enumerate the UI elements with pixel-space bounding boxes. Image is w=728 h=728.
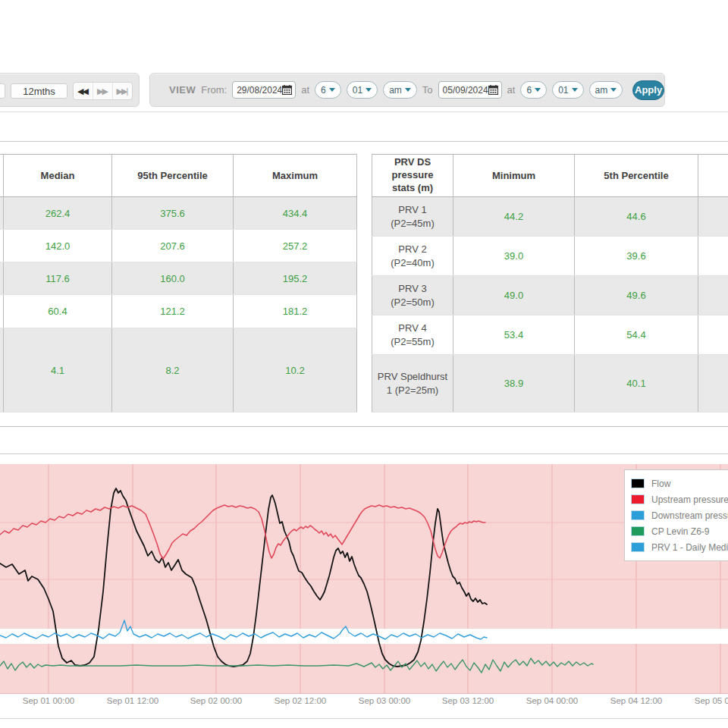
chevron-down-icon: [572, 88, 578, 92]
table-row: 4.1 8.2 10.2: [0, 328, 357, 413]
table-row: PRV 2 (P2=40m) 39.0 39.6: [372, 237, 728, 276]
from-hour-value: 6: [321, 85, 326, 96]
to-label: To: [422, 84, 433, 96]
chevron-down-icon: [610, 88, 617, 92]
skip-to-last-icon[interactable]: ▶▶|: [112, 83, 132, 99]
prv-row-label: PRV Speldhurst 1 (P2=25m): [372, 355, 453, 413]
x-axis-tick-label: Sep 05 00:00: [679, 696, 728, 705]
p5-value: 39.6: [575, 237, 698, 276]
median-value: 4.1: [4, 328, 112, 413]
legend-item-flow[interactable]: Flow: [631, 475, 728, 491]
table-row: PRV 4 (P2=55m) 53.4 54.4: [372, 315, 728, 355]
apply-button[interactable]: Apply: [632, 80, 664, 100]
to-minute-value: 01: [558, 85, 568, 96]
from-hour-select[interactable]: 6: [315, 81, 341, 99]
prv-ds-pressure-table: PRV DS pressure stats (m) Minimum 5th Pe…: [372, 154, 728, 413]
maximum-value: 434.4: [234, 197, 357, 230]
column-header-maximum: Maximum: [234, 155, 357, 197]
x-axis-tick-label: Sep 04 12:00: [595, 696, 678, 705]
maximum-value: 10.2: [234, 328, 357, 413]
minimum-value: 44.2: [453, 197, 575, 237]
legend-item-upstream-pressure[interactable]: Upstream pressure: [631, 491, 728, 507]
column-header-prv-ds-pressure-stats: PRV DS pressure stats (m): [372, 155, 453, 197]
p5-value: 44.6: [575, 197, 698, 237]
median-value: 117.6: [4, 262, 112, 295]
chart-panel-divider: [0, 453, 728, 454]
bottom-divider: [0, 718, 728, 719]
to-date-input[interactable]: 05/09/2024: [438, 81, 502, 99]
median-value: 60.4: [4, 295, 112, 328]
toolbar-divider: [0, 111, 728, 112]
x-axis-tick-label: Sep 01 12:00: [91, 696, 174, 705]
p95-value: 160.0: [112, 262, 234, 295]
table-row: 60.4 121.2 181.2: [0, 295, 357, 328]
timeseries-chart: Flow Upstream pressure Downstream pressu…: [0, 464, 728, 694]
p95-value: 8.2: [112, 328, 234, 413]
flow-stats-table: Median 95th Percentile Maximum 262.4 375…: [0, 154, 357, 413]
x-axis-tick-label: Sep 01 00:00: [7, 696, 90, 705]
cp-levin-swatch-icon: [631, 526, 645, 536]
column-header-median: Median: [4, 155, 112, 197]
to-ampm-select[interactable]: am: [589, 81, 623, 99]
legend-label: Upstream pressure: [651, 494, 728, 505]
x-axis-tick-label: Sep 02 00:00: [174, 696, 258, 705]
p95-value: 121.2: [112, 295, 234, 328]
prv-row-label: PRV 3 (P2=50m): [372, 276, 453, 315]
from-minute-select[interactable]: 01: [347, 81, 378, 99]
cut-off-range-button[interactable]: [0, 83, 5, 99]
legend-label: Downstream pressure: [651, 510, 728, 521]
x-axis-tick-label: Sep 04 00:00: [510, 696, 594, 705]
median-value: 142.0: [4, 230, 112, 262]
p95-value: 375.6: [112, 197, 234, 230]
minimum-value: 53.4: [453, 315, 575, 355]
chevron-down-icon: [329, 88, 335, 92]
legend-item-downstream-pressure[interactable]: Downstream pressure: [631, 507, 728, 523]
chevron-down-icon: [535, 88, 541, 92]
x-axis-tick-label: Sep 02 12:00: [259, 696, 342, 705]
minimum-value: 39.0: [453, 237, 575, 276]
legend-label: Flow: [651, 479, 670, 489]
legend-item-prv1-daily-median[interactable]: PRV 1 - Daily Median: [631, 539, 728, 555]
x-axis-labels: Sep 01 00:00Sep 01 12:00Sep 02 00:00Sep …: [0, 696, 728, 708]
median-value: 262.4: [4, 197, 112, 230]
calendar-icon[interactable]: [282, 85, 292, 95]
table-row: 117.6 160.0 195.2: [0, 262, 357, 295]
skip-backward-icon[interactable]: ◀◀: [74, 83, 93, 99]
from-date-input[interactable]: 29/08/2024: [232, 81, 296, 99]
from-ampm-select[interactable]: am: [383, 81, 417, 99]
from-label: From:: [201, 84, 227, 96]
to-minute-select[interactable]: 01: [552, 81, 583, 99]
to-ampm-value: am: [595, 85, 608, 96]
prv-row-label: PRV 1 (P2=45m): [372, 197, 453, 237]
table-row: 142.0 207.6 257.2: [0, 230, 357, 262]
column-header: [698, 155, 728, 197]
chevron-down-icon: [366, 88, 372, 92]
range-12mths-button[interactable]: 12mths: [11, 83, 67, 99]
column-header-95th-percentile: 95th Percentile: [112, 155, 234, 197]
minimum-value: 49.0: [453, 276, 575, 315]
at-label: at: [301, 84, 309, 96]
p5-value: 54.4: [575, 315, 698, 355]
to-hour-select[interactable]: 6: [520, 81, 547, 99]
table-row: PRV Speldhurst 1 (P2=25m) 38.9 40.1: [372, 355, 728, 413]
table-row: PRV 3 (P2=50m) 49.0 49.6: [372, 276, 728, 315]
legend-label: CP Levin Z6-9: [651, 526, 709, 537]
prv-row-label: PRV 4 (P2=55m): [372, 315, 453, 355]
skip-forward-icon[interactable]: ▶▶: [93, 83, 112, 99]
view-label: VIEW: [169, 84, 196, 96]
calendar-icon[interactable]: [488, 85, 498, 95]
to-date-value: 05/09/2024: [443, 85, 488, 96]
chart-plot-area: [0, 464, 728, 694]
from-minute-value: 01: [353, 85, 362, 96]
legend-item-cp-levin[interactable]: CP Levin Z6-9: [631, 523, 728, 539]
x-axis-tick-label: Sep 03 12:00: [426, 696, 510, 705]
section-divider: [0, 426, 728, 427]
from-ampm-value: am: [389, 85, 402, 96]
maximum-value: 181.2: [234, 295, 357, 328]
column-header-minimum: Minimum: [453, 155, 575, 197]
p5-value: 40.1: [575, 355, 698, 413]
p5-value: 49.6: [575, 276, 698, 315]
minimum-value: 38.9: [453, 355, 575, 413]
downstream-pressure-swatch-icon: [631, 510, 645, 520]
column-header-5th-percentile: 5th Percentile: [575, 155, 698, 197]
